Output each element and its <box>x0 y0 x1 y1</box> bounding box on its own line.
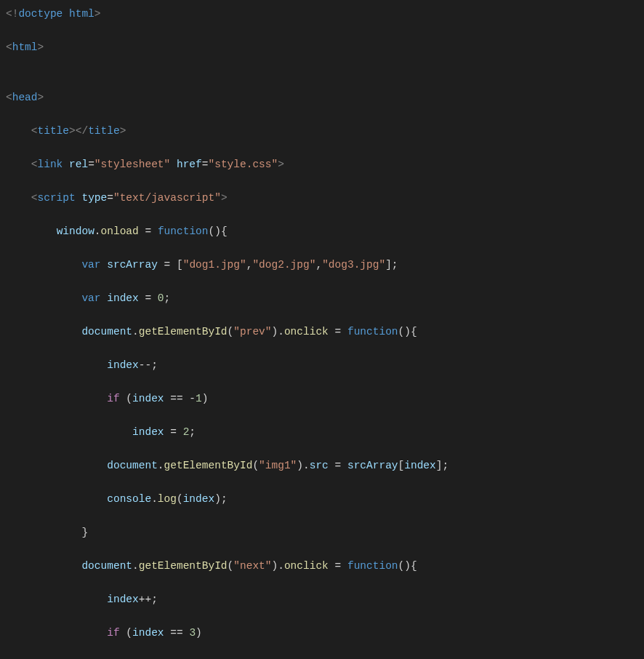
title-open: title <box>38 125 70 137</box>
head-open-tag: head <box>12 92 38 103</box>
js-fn2: function <box>347 326 398 338</box>
js-sa1: srcArray <box>347 460 398 471</box>
js-img1a: img1 <box>265 460 291 471</box>
js-con1: console <box>107 493 151 505</box>
js-idx4: index <box>404 460 436 471</box>
js-idx1: index <box>107 359 139 371</box>
js-log1: log <box>158 493 177 505</box>
js-var2: var <box>81 292 100 304</box>
js-arr2: dog3.jpg <box>329 259 379 271</box>
js-onclick2: onclick <box>284 560 329 572</box>
js-onload: onload <box>101 225 139 237</box>
script-type-attr: type <box>81 192 107 204</box>
js-idx2: index <box>132 393 164 404</box>
js-src1: src <box>310 460 329 471</box>
js-gebi1: getElementById <box>139 326 228 338</box>
js-three: 3 <box>189 627 196 639</box>
js-if2: if <box>107 627 119 639</box>
script-type-val: text/javascript <box>120 192 215 204</box>
link-href-val: style.css <box>214 159 271 170</box>
code-editor[interactable]: <!doctype html> <html> <head> <title></t… <box>6 6 638 659</box>
js-gebi3: getElementById <box>139 560 228 572</box>
js-if1: if <box>107 393 119 404</box>
js-srcarray: srcArray <box>107 259 158 271</box>
link-rel-attr: rel <box>69 159 88 170</box>
title-close: title <box>88 125 120 137</box>
js-gebi2: getElementById <box>164 460 253 471</box>
js-index: index <box>107 292 139 304</box>
js-nextstr: next <box>240 560 265 572</box>
js-zero: 0 <box>158 292 164 304</box>
js-onclick1: onclick <box>284 326 329 338</box>
js-fn3: function <box>347 560 398 572</box>
js-idx7: index <box>132 627 164 639</box>
js-idx5: index <box>183 493 215 505</box>
js-function-kw: function <box>158 225 209 237</box>
js-idx6: index <box>107 594 139 605</box>
script-open-tag: script <box>38 192 76 204</box>
js-prevstr: prev <box>240 326 265 338</box>
doctype-tag: doctype html <box>18 8 94 20</box>
js-window: window <box>57 225 94 237</box>
js-idx3: index <box>132 426 164 438</box>
js-doc2: document <box>107 460 158 471</box>
html-open-tag: html <box>12 41 38 53</box>
js-arr1: dog2.jpg <box>259 259 310 271</box>
js-doc3: document <box>81 560 132 572</box>
js-arr0: dog1.jpg <box>189 259 240 271</box>
js-doc1: document <box>81 326 132 338</box>
link-tag: link <box>38 159 63 170</box>
link-rel-val: stylesheet <box>101 159 164 170</box>
js-var1: var <box>81 259 100 271</box>
link-href-attr: href <box>177 159 202 170</box>
js-m1: 1 <box>196 393 202 404</box>
